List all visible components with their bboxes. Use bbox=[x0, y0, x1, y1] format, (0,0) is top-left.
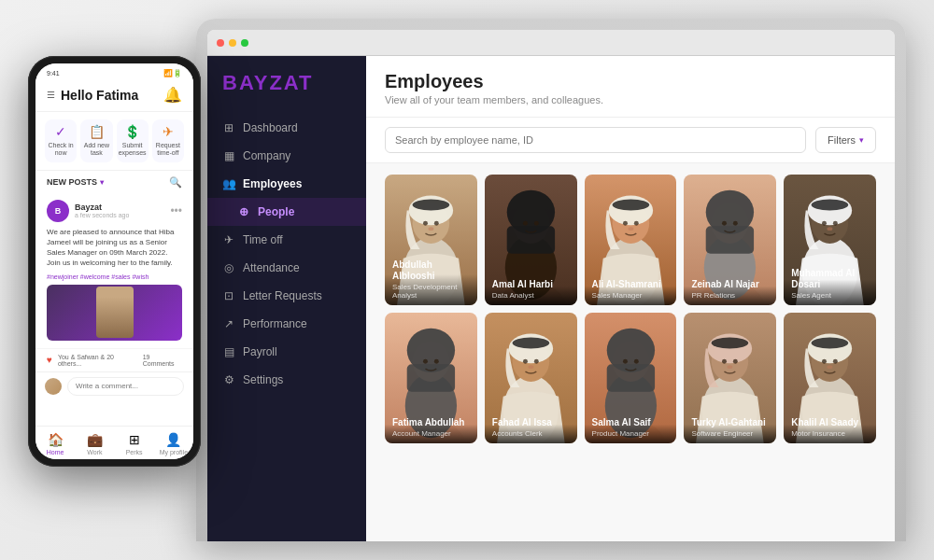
sidebar-item-label: People bbox=[258, 205, 294, 218]
feed-title: NEW POSTS ▾ bbox=[47, 177, 104, 187]
sidebar: BAYZAT ⊞ Dashboard ▦ Company 👥 Employees… bbox=[207, 56, 366, 541]
browser-minimize-dot[interactable] bbox=[229, 39, 236, 47]
bottom-nav-home[interactable]: 🏠 Home bbox=[35, 432, 75, 455]
employee-card[interactable]: Abdullah Alblooshi Sales Development Ana… bbox=[385, 175, 477, 305]
svg-rect-42 bbox=[407, 364, 455, 392]
sidebar-item-attendance[interactable]: ◎ Attendance bbox=[207, 254, 366, 282]
sidebar-item-label: Dashboard bbox=[243, 121, 298, 134]
quick-action-timeoff[interactable]: ✈ Request time-off bbox=[152, 119, 184, 162]
filters-button[interactable]: Filters ▾ bbox=[815, 127, 876, 153]
heart-icon[interactable]: ♥ bbox=[47, 355, 52, 365]
toolbar: Filters ▾ bbox=[366, 118, 895, 163]
letter-icon: ⊡ bbox=[222, 289, 235, 302]
sidebar-item-label: Payroll bbox=[243, 345, 277, 358]
employee-card[interactable]: Turky Al-Gahtani Software Engineer bbox=[684, 313, 776, 443]
svg-point-51 bbox=[534, 359, 539, 364]
quick-action-addtask[interactable]: 📋 Add new task bbox=[80, 119, 112, 162]
svg-point-29 bbox=[733, 221, 738, 226]
svg-point-59 bbox=[633, 359, 638, 364]
page-title: Employees bbox=[385, 71, 876, 92]
qa-label-expenses: Submit expenses bbox=[119, 142, 147, 158]
profile-nav-label: My profile bbox=[160, 449, 188, 455]
svg-point-7 bbox=[428, 227, 433, 231]
timeoff-icon: ✈ bbox=[222, 233, 235, 246]
browser-close-dot[interactable] bbox=[217, 39, 224, 47]
expenses-icon: 💲 bbox=[124, 124, 140, 139]
attendance-icon: ◎ bbox=[222, 261, 235, 274]
svg-point-58 bbox=[623, 359, 628, 364]
comment-input[interactable] bbox=[67, 377, 184, 396]
search-input[interactable] bbox=[385, 127, 806, 153]
work-nav-icon: 💼 bbox=[87, 432, 103, 447]
page-header: Employees View all of your team members,… bbox=[366, 56, 895, 118]
main-content: Employees View all of your team members,… bbox=[366, 56, 895, 541]
post-comments[interactable]: 19 Comments bbox=[143, 354, 182, 367]
svg-point-13 bbox=[523, 221, 528, 226]
svg-point-34 bbox=[812, 200, 849, 211]
profile-nav-icon: 👤 bbox=[165, 432, 181, 447]
app-layout: BAYZAT ⊞ Dashboard ▦ Company 👥 Employees… bbox=[207, 56, 895, 541]
comment-input-area bbox=[35, 372, 193, 400]
post-header: B Bayzat a few seconds ago ••• bbox=[47, 200, 182, 222]
svg-rect-27 bbox=[706, 226, 754, 254]
checkin-icon: ✓ bbox=[55, 124, 66, 139]
perks-nav-icon: ⊞ bbox=[129, 432, 140, 447]
sidebar-item-settings[interactable]: ⚙ Settings bbox=[207, 366, 366, 394]
svg-point-73 bbox=[822, 359, 827, 364]
settings-icon: ⚙ bbox=[222, 373, 235, 386]
qa-label-timeoff: Request time-off bbox=[154, 142, 182, 158]
sidebar-item-timeoff[interactable]: ✈ Time off bbox=[207, 226, 366, 254]
svg-point-20 bbox=[623, 221, 628, 226]
employee-card[interactable]: Khalil Al Saady Motor Insurance bbox=[784, 313, 876, 443]
employee-grid: Abdullah Alblooshi Sales Development Ana… bbox=[366, 163, 895, 455]
svg-point-64 bbox=[712, 338, 749, 349]
employee-card[interactable]: Amal Al Harbi Data Analyst bbox=[485, 175, 577, 305]
sidebar-item-company[interactable]: ▦ Company bbox=[207, 142, 366, 170]
browser-chrome bbox=[207, 30, 895, 56]
sidebar-item-label: Settings bbox=[243, 373, 283, 386]
svg-point-65 bbox=[722, 359, 727, 364]
home-nav-icon: 🏠 bbox=[48, 432, 64, 447]
logo-text: BAYZAT bbox=[222, 71, 314, 94]
svg-point-35 bbox=[822, 221, 827, 226]
quick-action-checkin[interactable]: ✓ Check in now bbox=[45, 119, 77, 162]
svg-point-37 bbox=[828, 227, 833, 231]
sidebar-item-dashboard[interactable]: ⊞ Dashboard bbox=[207, 114, 366, 142]
filters-label: Filters bbox=[828, 134, 856, 146]
sidebar-item-label: Employees bbox=[243, 177, 302, 190]
svg-point-14 bbox=[534, 221, 539, 226]
post-image-person bbox=[96, 287, 134, 338]
sidebar-item-performance[interactable]: ↗ Performance bbox=[207, 310, 366, 338]
bottom-nav-perks[interactable]: ⊞ Perks bbox=[115, 432, 154, 455]
employee-card[interactable]: Zeinab Al Najar PR Relations bbox=[684, 175, 776, 305]
bottom-nav-profile[interactable]: 👤 My profile bbox=[154, 432, 193, 455]
post-tags: #newjoiner #welcome #sales #wish bbox=[47, 273, 182, 280]
employee-card[interactable]: Salma Al Saif Product Manager bbox=[585, 313, 677, 443]
home-nav-label: Home bbox=[47, 449, 64, 455]
post-image bbox=[47, 285, 182, 341]
search-feed-icon[interactable]: 🔍 bbox=[169, 176, 182, 189]
sidebar-item-payroll[interactable]: ▤ Payroll bbox=[207, 338, 366, 366]
svg-point-52 bbox=[528, 365, 533, 369]
timeoff-phone-icon: ✈ bbox=[163, 124, 174, 139]
sidebar-item-label: Performance bbox=[243, 317, 307, 330]
sidebar-item-label: Letter Requests bbox=[243, 289, 322, 302]
sidebar-item-people[interactable]: ⊕ People bbox=[207, 198, 366, 226]
browser-maximize-dot[interactable] bbox=[241, 39, 248, 47]
notification-bell-icon[interactable]: 🔔 bbox=[163, 86, 182, 104]
bottom-nav-work[interactable]: 💼 Work bbox=[75, 432, 114, 455]
post-more-icon[interactable]: ••• bbox=[170, 204, 182, 217]
svg-point-67 bbox=[728, 365, 733, 369]
post-author-avatar: B bbox=[47, 200, 69, 222]
employee-card[interactable]: Ali Al-Shamrani Sales Manager bbox=[585, 175, 677, 305]
sidebar-item-employees[interactable]: 👥 Employees bbox=[207, 170, 366, 198]
employee-card[interactable]: Fatima Abdullah Account Manager bbox=[385, 313, 477, 443]
phone-post: B Bayzat a few seconds ago ••• We are pl… bbox=[35, 192, 193, 349]
employee-card[interactable]: Muhammad Al Dosari Sales Agent bbox=[784, 175, 876, 305]
sidebar-item-letter-requests[interactable]: ⊡ Letter Requests bbox=[207, 282, 366, 310]
employee-card[interactable]: Fahad Al Issa Accounts Clerk bbox=[485, 313, 577, 443]
svg-point-21 bbox=[633, 221, 638, 226]
quick-action-expenses[interactable]: 💲 Submit expenses bbox=[117, 119, 149, 162]
qa-label-addtask: Add new task bbox=[82, 142, 110, 158]
perks-nav-label: Perks bbox=[126, 449, 143, 455]
